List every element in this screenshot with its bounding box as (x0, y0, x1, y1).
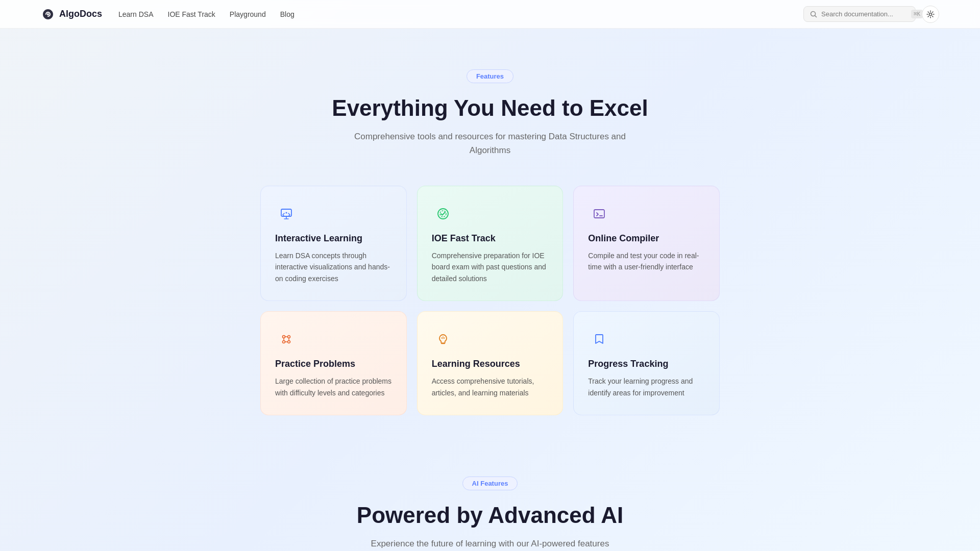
card-icon-ioe-fast-track (432, 203, 454, 225)
card-icon-online-compiler (588, 203, 610, 225)
nav-links: Learn DSA IOE Fast Track Playground Blog (118, 10, 295, 18)
features-subtitle: Comprehensive tools and resources for ma… (337, 130, 643, 157)
search-box[interactable]: ⌘K (803, 6, 916, 22)
card-title-practice-problems: Practice Problems (275, 359, 392, 369)
card-icon-interactive-learning (275, 203, 298, 225)
card-title-learning-resources: Learning Resources (432, 359, 549, 369)
ai-subtitle: Experience the future of learning with o… (371, 537, 609, 550)
card-title-progress-tracking: Progress Tracking (588, 359, 705, 369)
card-desc-learning-resources: Access comprehensive tutorials, articles… (432, 375, 549, 398)
nav-ioe-fast-track[interactable]: IOE Fast Track (168, 10, 215, 18)
card-practice-problems[interactable]: Practice Problems Large collection of pr… (260, 311, 407, 415)
card-desc-ioe-fast-track: Comprehensive preparation for IOE board … (432, 250, 549, 284)
search-shortcut: ⌘K (911, 10, 923, 18)
theme-icon (926, 10, 935, 18)
ai-title: Powered by Advanced AI (357, 503, 623, 529)
features-badge: Features (467, 69, 513, 83)
card-interactive-learning[interactable]: Interactive Learning Learn DSA concepts … (260, 186, 407, 301)
svg-point-4 (286, 212, 287, 213)
svg-point-10 (283, 341, 285, 343)
nav-left: AlgoDocs Learn DSA IOE Fast Track Playgr… (41, 7, 295, 21)
card-icon-practice-problems (275, 328, 298, 350)
target-check-icon (436, 207, 450, 221)
svg-point-9 (288, 336, 290, 338)
nav-playground[interactable]: Playground (230, 10, 266, 18)
card-icon-progress-tracking (588, 328, 610, 350)
card-title-ioe-fast-track: IOE Fast Track (432, 233, 549, 244)
nav-learn-dsa[interactable]: Learn DSA (118, 10, 153, 18)
monitor-code-icon (279, 207, 293, 221)
theme-toggle-button[interactable] (922, 6, 939, 23)
card-progress-tracking[interactable]: Progress Tracking Track your learning pr… (573, 311, 720, 415)
card-desc-interactive-learning: Learn DSA concepts through interactive v… (275, 250, 392, 284)
card-learning-resources[interactable]: Learning Resources Access comprehensive … (417, 311, 564, 415)
ai-section: AI Features Powered by Advanced AI Exper… (0, 446, 980, 551)
card-online-compiler[interactable]: Online Compiler Compile and test your co… (573, 186, 720, 301)
card-title-interactive-learning: Interactive Learning (275, 233, 392, 244)
card-ioe-fast-track[interactable]: IOE Fast Track Comprehensive preparation… (417, 186, 564, 301)
nav-blog[interactable]: Blog (280, 10, 295, 18)
card-title-online-compiler: Online Compiler (588, 233, 705, 244)
grid-dots-icon (279, 332, 293, 346)
nav-right: ⌘K (803, 6, 939, 23)
features-title: Everything You Need to Excel (332, 95, 648, 121)
search-icon (810, 11, 817, 18)
svg-point-0 (47, 13, 49, 15)
features-grid: Interactive Learning Learn DSA concepts … (260, 186, 720, 415)
search-input[interactable] (821, 10, 907, 18)
brand-name: AlgoDocs (59, 9, 102, 19)
lightbulb-icon (436, 332, 450, 346)
features-section: Features Everything You Need to Excel Co… (0, 29, 980, 446)
card-desc-progress-tracking: Track your learning progress and identif… (588, 375, 705, 398)
navbar: AlgoDocs Learn DSA IOE Fast Track Playgr… (0, 0, 980, 29)
ai-badge: AI Features (462, 477, 518, 490)
svg-point-11 (288, 341, 290, 343)
brand-logo[interactable]: AlgoDocs (41, 7, 102, 21)
svg-rect-7 (594, 210, 604, 218)
terminal-icon (592, 207, 606, 221)
svg-point-8 (283, 336, 285, 338)
bookmark-icon (592, 332, 606, 346)
card-desc-practice-problems: Large collection of practice problems wi… (275, 375, 392, 398)
card-desc-online-compiler: Compile and test your code in real-time … (588, 250, 705, 273)
card-icon-learning-resources (432, 328, 454, 350)
brand-icon (41, 7, 55, 21)
svg-point-2 (929, 13, 932, 15)
